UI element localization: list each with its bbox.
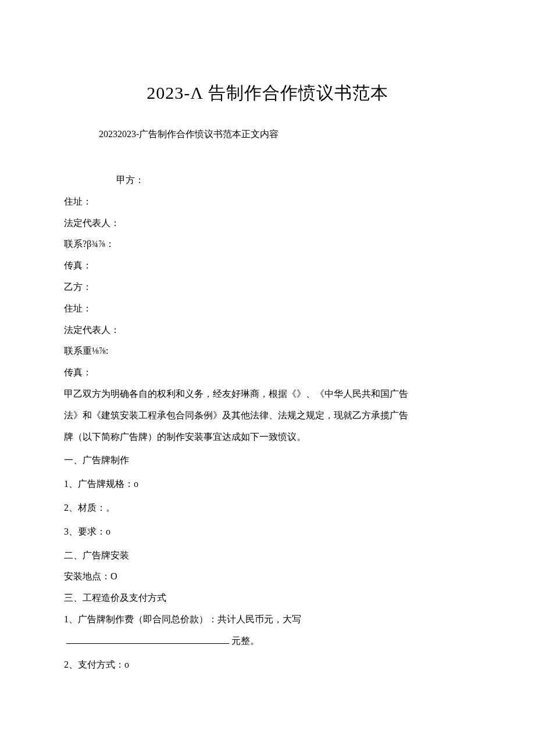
- address-b-label: 住址：: [64, 298, 471, 320]
- address-a-label: 住址：: [64, 191, 471, 213]
- section-2-heading: 二、广告牌安装: [64, 545, 471, 567]
- contact-a-label: 联系?β¾⅞：: [64, 234, 471, 255]
- contact-b-label: 联系重⅛⅞:: [64, 341, 471, 362]
- document-page: 2023-Λ 告制作合作愤议书范本 20232023-广告制作合作愤议书范本正文…: [0, 0, 535, 710]
- section-3-heading: 三、工程造价及支付方式: [64, 587, 471, 609]
- section-1-item-2: 2、材质：。: [64, 497, 471, 519]
- section-1-heading: 一、广告牌制作: [64, 450, 471, 471]
- blank-fill-line: [66, 643, 229, 644]
- intro-line-2: 法》和《建筑安装工程承包合同条例》及其他法律、法规之规定，现就乙方承揽广告: [64, 405, 471, 427]
- section-1-item-3: 3、要求：o: [64, 521, 471, 543]
- section-3-item-1-suffix: 元整。: [231, 636, 259, 646]
- party-a-label: 甲方：: [64, 170, 471, 191]
- legal-rep-b-label: 法定代表人：: [64, 320, 471, 341]
- fax-a-label: 传真：: [64, 255, 471, 277]
- intro-line-3: 牌（以下简称广告牌）的制作安装事宜达成如下一致愤议。: [64, 427, 471, 448]
- fax-b-label: 传真：: [64, 362, 471, 384]
- intro-line-1: 甲乙双方为明确各自的权利和义务，经友好琳商，根据《》、《中华人民共和国广告: [64, 384, 471, 405]
- section-3-item-1: 1、广告牌制作费（即合同总价款）：共计人民币元，大写: [64, 609, 471, 630]
- document-title: 2023-Λ 告制作合作愤议书范本: [64, 81, 471, 105]
- section-3-item-2: 2、支付方式：o: [64, 654, 471, 676]
- document-subtitle: 20232023-广告制作合作愤议书范本正文内容: [64, 128, 471, 141]
- section-1-item-1: 1、广告牌规格：o: [64, 474, 471, 495]
- section-2-item-1: 安装地点：O: [64, 566, 471, 587]
- party-b-label: 乙方：: [64, 277, 471, 298]
- legal-rep-a-label: 法定代表人：: [64, 213, 471, 234]
- section-3-item-1-blank: 元整。: [64, 630, 471, 652]
